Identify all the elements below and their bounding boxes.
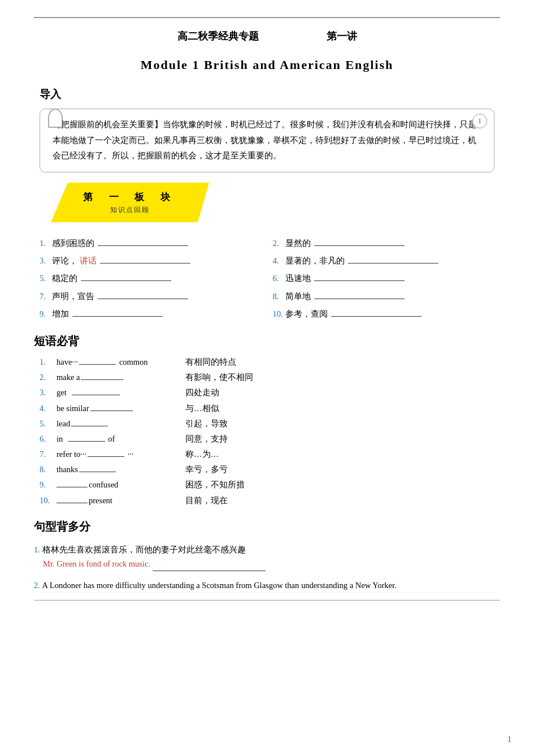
- top-divider: [34, 17, 500, 18]
- vocab-item-2: 2. 显然的: [273, 236, 495, 251]
- intro-label: 导入: [40, 86, 500, 103]
- vocab-item-3: 3. 评论， 讲话: [40, 253, 262, 269]
- header-title-left: 高二秋季经典专题: [177, 28, 259, 45]
- sentences-section: 句型背多分 1. 格林先生喜欢摇滚音乐，而他的妻子对此丝毫不感兴趣 Mr. Gr…: [34, 517, 500, 593]
- vocab-item-8: 8. 简单地: [273, 289, 495, 304]
- para-subtitle: 知识点回顾: [110, 205, 150, 215]
- vocab-item-4: 4. 显著的，非凡的: [273, 253, 495, 269]
- phrase-item-10: 10. present 目前，现在: [40, 494, 500, 507]
- phrase-item-4: 4. be similar 与…相似: [40, 402, 500, 415]
- sentence-1-en-red: Mr. Green is fond of rock music.: [43, 559, 150, 568]
- quote-text: 【把握眼前的机会至关重要】当你犹豫的时候，时机已经过了。很多时候，我们并没有机会…: [53, 120, 476, 160]
- vocab-item-5: 5. 稳定的: [40, 271, 262, 286]
- page: 高二秋季经典专题 第一讲 Module 1 British and Americ…: [0, 0, 534, 756]
- header-title-right: 第一讲: [327, 28, 357, 45]
- vocab-item-10: 10. 参考，查阅: [273, 306, 495, 322]
- phrase-item-7: 7. refer to··· ··· 称…为…: [40, 448, 500, 461]
- quote-box: 1 【把握眼前的机会至关重要】当你犹豫的时候，时机已经过了。很多时候，我们并没有…: [40, 109, 494, 172]
- module-title: Module 1 British and American English: [34, 55, 500, 75]
- block1-parallelogram: 第 一 板 块 知识点回顾: [51, 183, 209, 222]
- vocab-grid: 1. 感到困惑的 2. 显然的 3. 评论， 讲话 4. 显著的，非凡的 5. …: [40, 236, 494, 322]
- phrase-item-6: 6. in of 同意，支持: [40, 433, 500, 446]
- page-number: 1: [507, 733, 511, 746]
- quote-corner-num: 1: [472, 114, 487, 128]
- vocab-item-7: 7. 声明，宣告: [40, 289, 262, 304]
- header-row: 高二秋季经典专题 第一讲: [34, 28, 500, 45]
- phrase-item-3: 3. get 四处走动: [40, 386, 500, 399]
- phrase-item-8: 8. thanks 幸亏，多亏: [40, 463, 500, 476]
- sentence-item-1: 1. 格林先生喜欢摇滚音乐，而他的妻子对此丝毫不感兴趣 Mr. Green is…: [34, 543, 500, 571]
- vocab-item-1: 1. 感到困惑的: [40, 236, 262, 251]
- sentence-item-2: 2. A Londoner has more difficulty unders…: [34, 579, 500, 592]
- phrase-item-2: 2. make a 有影响，使不相同: [40, 371, 500, 384]
- bottom-divider: [34, 600, 500, 601]
- vocab-item-6: 6. 迅速地: [273, 271, 495, 286]
- sentences-section-title: 句型背多分: [34, 517, 500, 535]
- phrase-item-5: 5. lead 引起，导致: [40, 417, 500, 430]
- sentence-1-zh: 1. 格林先生喜欢摇滚音乐，而他的妻子对此丝毫不感兴趣: [34, 543, 500, 556]
- para-title: 第 一 板 块: [83, 189, 177, 205]
- phrases-section-title: 短语必背: [34, 332, 500, 350]
- sentence-1-fill-line: [153, 558, 266, 571]
- phrase-item-1: 1. have··· common 有相同的特点: [40, 356, 500, 369]
- vocab-item-9: 9. 增加: [40, 306, 262, 322]
- sentence-2-en: A Londoner has more difficulty understan…: [42, 581, 397, 590]
- phrase-item-9: 9. confused 困惑，不知所措: [40, 478, 500, 491]
- phrase-list: 1. have··· common 有相同的特点 2. make a 有影响，使…: [40, 356, 500, 507]
